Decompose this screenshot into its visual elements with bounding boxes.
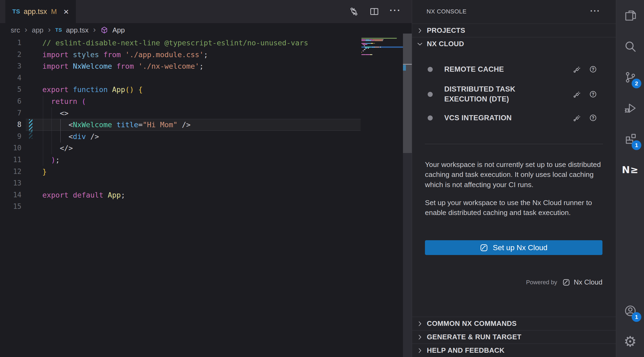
help-icon (589, 114, 597, 122)
modified-marker (29, 131, 32, 139)
panel-title: NX CONSOLE (427, 8, 467, 15)
chevron-right-icon (416, 320, 423, 327)
connect-icon[interactable] (573, 90, 581, 98)
cloud-description-2: Set up your workspace to use the Nx Clou… (425, 198, 606, 218)
nx-cloud-brand: Nx Cloud (574, 278, 602, 286)
code-text: } (24, 166, 47, 178)
connect-icon[interactable] (573, 65, 581, 73)
line-number: 3 (0, 60, 24, 72)
minimap-line (364, 45, 365, 46)
minimap-line (374, 40, 382, 41)
activity-run-and-debug[interactable] (616, 93, 644, 123)
code-line-3[interactable]: 3import NxWelcome from './nx-welcome'; (0, 60, 412, 72)
minimap-line (363, 50, 364, 51)
code-line-13[interactable]: 13 (0, 177, 412, 189)
code-text: ); (24, 154, 60, 166)
minimap[interactable] (361, 38, 403, 58)
minimap-line (375, 47, 379, 48)
divider (425, 144, 603, 144)
line-number: 7 (0, 107, 24, 119)
tab-bar: TS app.tsx M × ··· (0, 0, 412, 23)
minimap-line (361, 38, 397, 39)
activity-accounts[interactable]: 1 (616, 295, 644, 326)
code-text: <NxWelcome title="Hi Mom" /> (24, 119, 191, 131)
badge: 1 (632, 312, 641, 322)
minimap-line (382, 40, 383, 41)
minimap-line (365, 43, 371, 44)
minimap-line (368, 48, 369, 49)
section-help-and-feedback[interactable]: HELP AND FEEDBACK (412, 344, 616, 357)
close-tab-icon[interactable]: × (64, 7, 69, 16)
nx-cloud-icon (480, 244, 488, 252)
connect-icon[interactable] (573, 114, 581, 122)
activity-bar-top: 21N≥ (616, 0, 644, 185)
nx-icon: N≥ (622, 164, 638, 175)
activity-explorer[interactable] (616, 0, 644, 31)
help-icon[interactable] (589, 65, 597, 73)
scrollbar-thumb[interactable] (403, 34, 412, 153)
code-line-4[interactable]: 4 (0, 72, 412, 84)
minimap-line (361, 52, 362, 53)
breadcrumb-separator: › (92, 25, 96, 35)
code-line-8[interactable]: 8 <NxWelcome title="Hi Mom" /> (0, 119, 412, 131)
split-editor-icon[interactable] (369, 6, 379, 17)
code-line-14[interactable]: 14export default App; (0, 189, 412, 201)
breadcrumb-item-src[interactable]: src (11, 26, 20, 34)
section-label: NX CLOUD (427, 40, 464, 48)
open-changes-icon[interactable] (349, 6, 359, 17)
code-line-11[interactable]: 11 ); (0, 154, 412, 166)
section-label: PROJECTS (427, 26, 465, 35)
section-generate-run-target[interactable]: GENERATE & RUN TARGET (412, 330, 616, 344)
minimap-line (372, 43, 373, 44)
breadcrumb-item-symbol[interactable]: App (112, 26, 125, 34)
nx-cloud-features: REMOTE CACHEDISTRIBUTED TASK EXECUTION (… (412, 61, 616, 124)
code-text: export function App() { (24, 84, 143, 96)
code-line-2[interactable]: 2import styles from './app.module.css'; (0, 49, 412, 61)
code-line-10[interactable]: 10 </> (0, 142, 412, 154)
editor-scrollbar[interactable] (403, 34, 412, 357)
tab-app-tsx[interactable]: TS app.tsx M × (5, 0, 76, 23)
code-line-7[interactable]: 7 <> (0, 107, 412, 119)
git-modified-badge: M (51, 8, 57, 16)
code-line-9[interactable]: 9 <div /> (0, 131, 412, 143)
line-number: 13 (0, 177, 24, 189)
help-icon[interactable] (589, 114, 597, 122)
breadcrumb-item-file[interactable]: app.tsx (66, 26, 88, 34)
code-line-1[interactable]: 1// eslint-disable-next-line @typescript… (0, 37, 412, 49)
code-text (24, 201, 42, 213)
breadcrumb-item-app[interactable]: app (32, 26, 43, 34)
cloud-feature-label: REMOTE CACHE (444, 64, 504, 74)
code-line-15[interactable]: 15 (0, 201, 412, 213)
more-actions-icon[interactable]: ··· (390, 6, 401, 17)
activity-extensions[interactable]: 1 (616, 123, 644, 154)
help-icon[interactable] (589, 90, 597, 98)
minimap-line (371, 43, 372, 44)
section-common-nx-commands[interactable]: COMMON NX COMMANDS (412, 317, 616, 330)
vscode-window: TS app.tsx M × ··· src › app › TS app.ts… (0, 0, 644, 357)
chevron-right-icon (416, 27, 423, 34)
code-line-5[interactable]: 5export function App() { (0, 84, 412, 96)
code-editor[interactable]: 1// eslint-disable-next-line @typescript… (0, 37, 412, 357)
powered-by-label: Powered by (526, 279, 557, 286)
activity-settings[interactable]: ⚙ (616, 326, 644, 357)
code-line-12[interactable]: 12} (0, 166, 412, 178)
setup-nx-cloud-button[interactable]: Set up Nx Cloud (425, 240, 602, 255)
setup-button-label: Set up Nx Cloud (493, 243, 547, 252)
gear-icon: ⚙ (624, 334, 636, 349)
cloud-description-1: Your workspace is not currently set up t… (425, 160, 606, 190)
section-projects[interactable]: PROJECTS (412, 24, 616, 37)
panel-more-actions-icon[interactable]: ··· (590, 6, 600, 16)
code-line-6[interactable]: 6 return ( (0, 96, 412, 107)
section-nx-cloud[interactable]: NX CLOUD (412, 37, 616, 50)
cloud-feature-2: VCS INTEGRATION (412, 112, 616, 124)
code-text: import styles from './app.module.css'; (24, 49, 208, 61)
activity-search[interactable] (616, 31, 644, 62)
code-text (24, 177, 42, 189)
activity-source-control[interactable]: 2 (616, 62, 644, 93)
line-number: 1 (0, 37, 24, 49)
symbol-cube-icon (100, 26, 108, 34)
line-number: 14 (0, 189, 24, 201)
activity-nx-console[interactable]: N≥ (616, 154, 644, 185)
code-text: <> (24, 107, 69, 119)
minimap-line (369, 39, 372, 40)
